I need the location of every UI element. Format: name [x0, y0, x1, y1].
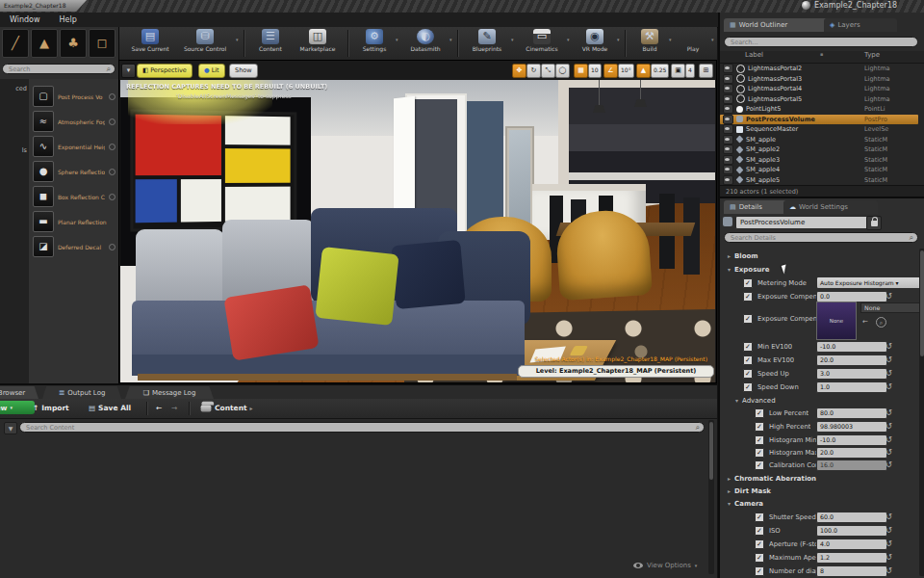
reset-icon[interactable]: ↺ [886, 382, 892, 391]
modes-category-partial[interactable]: ls [22, 146, 27, 154]
source-control-button[interactable]: ⛁ Source Control [178, 29, 232, 58]
column-type[interactable]: Type [864, 51, 880, 59]
checkbox[interactable]: ✓ [755, 448, 764, 458]
tab-world-settings[interactable]: ☁ World Settings [783, 200, 878, 214]
metering-mode-dropdown[interactable]: Auto Exposure Histogram ▾ [816, 276, 924, 289]
mode-item-post-process-volume[interactable]: ▢ Post Process Vo [33, 85, 116, 108]
checkbox[interactable]: ✓ [743, 292, 753, 302]
tab-output-log[interactable]: ≣ Output Log [42, 386, 121, 399]
modes-category-partial[interactable]: ced [15, 85, 27, 92]
outliner-row[interactable]: SM_apple4StaticM [720, 165, 918, 175]
outliner-row[interactable]: SM_appleStaticM [720, 135, 918, 145]
save-current-button[interactable]: ▤ Save Current [126, 29, 174, 58]
settings-dropdown-icon[interactable]: ▾ [396, 37, 398, 42]
source-control-dropdown-icon[interactable]: ▾ [236, 37, 239, 42]
mode-item-box-reflection[interactable]: ◼ Box Reflection C [33, 185, 116, 208]
section-bloom[interactable]: ▸Bloom [728, 250, 758, 262]
green-pillow[interactable] [315, 247, 398, 326]
dining-chair[interactable] [683, 197, 700, 275]
visibility-eye-icon[interactable] [723, 115, 733, 124]
lit-mode-button[interactable]: ● Lit [198, 64, 225, 78]
settings-button[interactable]: ⚙ Settings [355, 29, 394, 58]
outliner-row-selected[interactable]: PostProcessVolumePostPro [720, 115, 918, 125]
checkbox[interactable]: ✓ [755, 526, 764, 536]
checkbox[interactable]: ✓ [743, 382, 753, 392]
filters-button[interactable]: ▼ [4, 422, 17, 434]
checkbox[interactable]: ✓ [755, 553, 764, 563]
outliner-search[interactable] [724, 37, 918, 47]
maximum-aperture-value[interactable]: 1.2 [816, 552, 887, 564]
navy-pillow[interactable] [391, 240, 465, 309]
grid-snap-value[interactable]: 10 [588, 64, 602, 78]
reset-icon[interactable]: ↺ [886, 408, 892, 417]
reset-icon[interactable]: ↺ [886, 435, 892, 444]
checkbox[interactable]: ✓ [743, 278, 753, 288]
content-button[interactable]: ☰ Content [251, 29, 290, 58]
details-search[interactable]: ⌕ [724, 232, 918, 243]
reset-icon[interactable]: ↺ [886, 539, 892, 548]
visibility-eye-icon[interactable] [723, 165, 733, 174]
outliner-row[interactable]: PointLight5PointLi [720, 104, 918, 115]
outliner-row[interactable]: LightmassPortal5Lightma [720, 94, 918, 105]
visibility-eye-icon[interactable] [723, 84, 733, 93]
marketplace-button[interactable]: ◫ Marketplace [294, 29, 342, 58]
speed-down-value[interactable]: 1.0 [816, 381, 887, 393]
sofa[interactable] [128, 208, 530, 382]
cinematics-button[interactable]: ▭ Cinematics [519, 29, 565, 58]
min-ev100-value[interactable]: -10.0 [816, 341, 887, 353]
outliner-search-input[interactable] [729, 38, 913, 47]
vr-mode-dropdown-icon[interactable]: ▾ [617, 37, 620, 42]
import-button[interactable]: ↑ Import [33, 401, 69, 415]
reset-icon[interactable]: ↺ [886, 566, 892, 575]
details-scrollbar[interactable] [919, 249, 924, 576]
datasmith-dropdown-icon[interactable]: ▾ [449, 37, 452, 42]
add-new-button[interactable]: Add New ▾ [0, 401, 35, 414]
outliner-row[interactable]: SequenceMasterLevelSe [720, 124, 918, 135]
visibility-eye-icon[interactable] [723, 135, 733, 144]
reset-icon[interactable]: ↺ [886, 355, 892, 364]
aperture-value[interactable]: 4.0 [816, 539, 887, 550]
reset-icon[interactable]: ↺ [886, 448, 892, 457]
view-options-button[interactable]: View Options ▾ [633, 562, 697, 569]
menu-help[interactable]: Help [50, 15, 87, 24]
blueprints-button[interactable]: ✎ Blueprints [465, 29, 509, 58]
datasmith-button[interactable]: ◐ Datasmith [403, 29, 448, 58]
outliner-row[interactable]: SM_apple2StaticM [720, 144, 918, 155]
reset-icon[interactable]: ↺ [886, 512, 892, 521]
checkbox[interactable]: ✓ [755, 512, 764, 522]
landscape-mode-tool[interactable]: ▲ [31, 29, 58, 58]
window-tab[interactable]: Example2_Chapter18 [0, 0, 87, 12]
red-pillow[interactable] [223, 284, 319, 360]
checkbox[interactable]: ✓ [743, 355, 753, 365]
max-ev100-value[interactable]: 20.0 [816, 355, 887, 366]
show-menu-button[interactable]: Show [229, 64, 258, 78]
low-percent-value[interactable]: 80.0 [816, 407, 887, 419]
modes-search-input[interactable] [7, 65, 107, 74]
shutter-speed-value[interactable]: 60.0 [816, 512, 887, 523]
foliage-mode-tool[interactable]: ♣ [60, 29, 87, 58]
section-advanced[interactable]: ▾Advanced [735, 394, 776, 407]
outliner-row[interactable]: LightmassPortal4Lightma [720, 84, 918, 94]
vr-mode-button[interactable]: ◉ VR Mode [575, 29, 615, 58]
visibility-eye-icon[interactable] [723, 175, 733, 185]
blueprints-dropdown-icon[interactable]: ▾ [511, 37, 514, 42]
histogram-max-value[interactable]: 20.0 [816, 447, 887, 459]
mode-item-planar-reflection[interactable]: ▬ Planar Reflection [33, 210, 116, 233]
checkbox[interactable]: ✓ [755, 435, 764, 445]
content-scrollbar[interactable] [708, 420, 714, 574]
breadcrumb-content[interactable]: Content ▸ [200, 401, 253, 415]
rotate-tool-button[interactable]: ↻ [526, 64, 541, 78]
visibility-eye-icon[interactable] [723, 155, 733, 165]
mode-item-atmospheric-fog[interactable]: ≈ Atmospheric Fog [33, 110, 116, 133]
level-viewport[interactable]: REFLECTION CAPTURES NEED TO BE REBUILT (… [118, 60, 717, 383]
tab-world-outliner[interactable]: ▦ World Outliner [724, 18, 828, 32]
reset-icon[interactable]: ↺ [886, 526, 892, 535]
content-search[interactable]: ⌕ [19, 422, 705, 433]
content-search-input[interactable] [24, 423, 696, 433]
iso-value[interactable]: 100.0 [816, 525, 887, 537]
checkbox[interactable]: ✓ [755, 460, 764, 470]
checkbox[interactable]: ✓ [755, 422, 764, 432]
visibility-eye-icon[interactable] [723, 94, 733, 104]
menu-window[interactable]: Window [0, 15, 50, 24]
scrollbar-thumb[interactable] [709, 422, 713, 480]
